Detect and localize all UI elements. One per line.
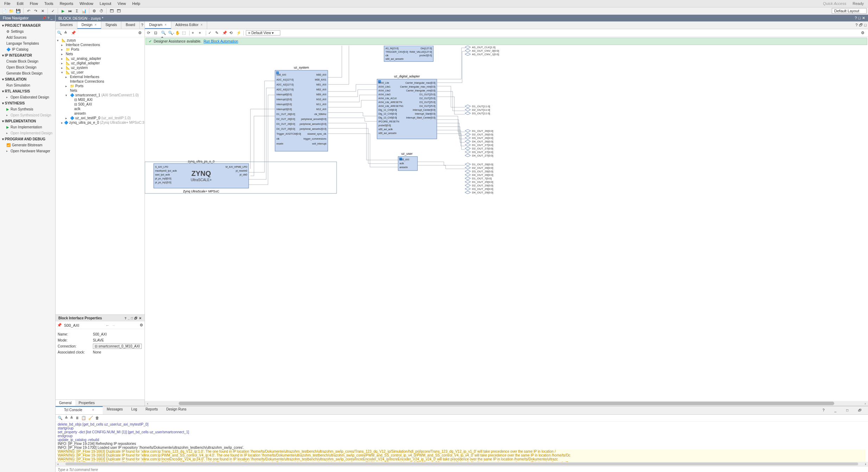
- tree-item[interactable]: ▸🔷 zynq_ultra_ps_e_0 (Zynq UltraScale+ M…: [56, 120, 144, 125]
- quick-access-input[interactable]: Quick Access: [820, 1, 849, 6]
- save-icon[interactable]: 💾: [15, 8, 21, 14]
- block-port[interactable]: ADC_A2[127:0]: [276, 83, 294, 86]
- tree-item[interactable]: ▸📁 Ports: [56, 84, 144, 88]
- block-port[interactable]: D4_OUT_26[0:0]: [276, 128, 295, 130]
- tree-item[interactable]: ▾🔷 smartconnect_1 (AXI SmartConnect:1.0): [56, 93, 144, 97]
- run-block-automation-link[interactable]: Run Block Automation: [204, 39, 238, 43]
- block-port[interactable]: AXI4_Lite3: [378, 93, 390, 96]
- external-port[interactable]: D3_OUT_29[0:0]: [472, 187, 493, 191]
- block-port[interactable]: Interrupt_Start_Center[0:0]: [406, 116, 435, 119]
- menu-help[interactable]: Help: [129, 1, 143, 6]
- console-scrollbar[interactable]: ‹›: [56, 462, 868, 466]
- menu-view[interactable]: View: [115, 1, 129, 6]
- block-port[interactable]: AXI4_Lite1: [378, 85, 390, 88]
- next-icon[interactable]: →: [111, 323, 115, 327]
- view-dropdown[interactable]: ≡ Default View ▾: [246, 30, 280, 36]
- net-wire[interactable]: [417, 162, 465, 165]
- block-port[interactable]: Interrupt0[0:0]: [276, 93, 292, 96]
- redo-icon[interactable]: ↷: [33, 8, 38, 14]
- tree-item[interactable]: Nets: [56, 88, 144, 93]
- block-port[interactable]: M01_AXI: [316, 83, 326, 86]
- maximize-icon[interactable]: □: [842, 407, 853, 413]
- settings-item[interactable]: ⚙ Settings: [1, 28, 55, 34]
- block-port[interactable]: clk_50MHz: [314, 113, 326, 116]
- block-port[interactable]: S_AXI_LPD: [155, 166, 168, 168]
- external-port[interactable]: D3_OUT_26[0:0]: [472, 136, 493, 140]
- expand-icon[interactable]: ≚: [70, 416, 73, 420]
- zoom-out-icon[interactable]: 🔍-: [168, 31, 173, 36]
- search-icon[interactable]: 🔍: [57, 31, 62, 36]
- external-port-icon[interactable]: [465, 143, 471, 146]
- tab-design-runs[interactable]: Design Runs: [162, 406, 191, 414]
- settings-icon[interactable]: ⚙: [91, 8, 97, 14]
- step-icon[interactable]: ⏭: [67, 8, 73, 14]
- ipi-section[interactable]: ▾ IP INTEGRATOR: [1, 52, 55, 58]
- tree-item[interactable]: ▸Nets: [56, 52, 144, 56]
- external-port-icon[interactable]: [465, 108, 471, 111]
- restore-icon[interactable]: 🗗: [854, 407, 866, 413]
- menu-reports[interactable]: Reports: [57, 1, 76, 6]
- tab-design[interactable]: Design×: [77, 21, 101, 29]
- block-port[interactable]: AXI4_Lite_ARESETN: [378, 101, 402, 104]
- block-port[interactable]: Dig_13_Ch5[0:0]: [378, 116, 397, 119]
- select-icon[interactable]: ⬚: [182, 31, 187, 36]
- net-wire[interactable]: [417, 165, 465, 169]
- open-synth-item[interactable]: ▸Open Synthesized Design: [1, 112, 55, 118]
- external-port[interactable]: D1_OUT_27[0:0]: [472, 143, 493, 147]
- block-port[interactable]: D3_OUT_26[0:0]: [276, 123, 295, 126]
- layout-dropdown[interactable]: Default Layout: [832, 8, 867, 14]
- external-port-icon[interactable]: [465, 136, 471, 139]
- tab-general[interactable]: General: [56, 400, 75, 406]
- net-wire[interactable]: [250, 109, 275, 169]
- external-port-icon[interactable]: [465, 151, 471, 153]
- tab-address-editor[interactable]: Address Editor×: [171, 21, 207, 29]
- tab-signals[interactable]: Signals: [101, 21, 122, 29]
- design-tree[interactable]: ▾📐 zusys ▸Interface Connections ▸📁 Ports…: [56, 37, 145, 314]
- block-port[interactable]: Interrupt_Start[0:0]: [415, 113, 435, 115]
- external-port[interactable]: D4_OUT_26[0:0]: [472, 140, 493, 143]
- close-icon[interactable]: ×: [165, 23, 167, 27]
- pin-icon[interactable]: 📌: [42, 16, 46, 20]
- block-port[interactable]: Interrupt_Center[0:0]: [413, 109, 435, 111]
- trash-icon[interactable]: 🗑: [95, 416, 99, 420]
- help-icon[interactable]: ?: [47, 16, 49, 20]
- pause-icon[interactable]: ⏸: [75, 416, 79, 420]
- help-icon[interactable]: ?: [125, 317, 127, 320]
- block-port[interactable]: clk: [385, 54, 389, 57]
- net-wire[interactable]: [437, 51, 465, 83]
- minimize-icon[interactable]: _: [51, 16, 52, 20]
- external-port[interactable]: D2_OUT[11:0]: [472, 108, 490, 111]
- block-port[interactable]: D4_OUT[25:0]: [420, 105, 435, 108]
- horizontal-scrollbar[interactable]: ‹ ›: [145, 401, 868, 406]
- menu-tools[interactable]: Tools: [42, 1, 56, 6]
- block-port[interactable]: AXI4_Lite: [378, 82, 389, 84]
- tree-item[interactable]: ⊟ M00_AXI: [56, 97, 144, 102]
- net-wire[interactable]: [328, 100, 377, 107]
- block-port[interactable]: aclk: [400, 162, 404, 165]
- new-icon[interactable]: 📄: [1, 8, 7, 14]
- maximize-icon[interactable]: □: [864, 23, 867, 27]
- block-port[interactable]: D2_OUT[25:0]: [420, 97, 435, 100]
- external-port-icon[interactable]: [465, 184, 471, 187]
- block-port[interactable]: resetn: [276, 142, 283, 145]
- conn-link[interactable]: ⊟ smartconnect_0_M10_AXI: [93, 344, 142, 349]
- open-hw-item[interactable]: ▸Open Hardware Manager: [1, 148, 55, 154]
- clipboard-icon[interactable]: 📋: [81, 416, 86, 420]
- block-port[interactable]: D2_OUT_26[0:0]: [276, 118, 295, 121]
- menubar[interactable]: File Edit Flow Tools Reports Window Layo…: [0, 0, 868, 7]
- impl-section[interactable]: ▾ IMPLEMENTATION: [1, 118, 55, 124]
- external-port-icon[interactable]: [465, 105, 471, 108]
- block-port[interactable]: ADC_A3[127:0]: [276, 88, 294, 91]
- block-port[interactable]: peripheral_aresetn2[0:0]: [300, 128, 326, 130]
- undo-icon[interactable]: ↶: [26, 8, 31, 14]
- tab-messages[interactable]: Messages: [103, 406, 127, 414]
- net-wire[interactable]: [437, 130, 465, 146]
- net-wire[interactable]: [249, 88, 275, 179]
- help-icon[interactable]: ?: [855, 23, 857, 27]
- tree-item[interactable]: aclk: [56, 107, 144, 111]
- block-port[interactable]: pl_ps_irq0[0:0]: [155, 177, 171, 180]
- external-port-icon[interactable]: [465, 191, 471, 194]
- add2-icon[interactable]: +: [199, 31, 204, 36]
- tab-board[interactable]: Board: [121, 21, 140, 29]
- block-port[interactable]: S00_AXI: [400, 158, 409, 161]
